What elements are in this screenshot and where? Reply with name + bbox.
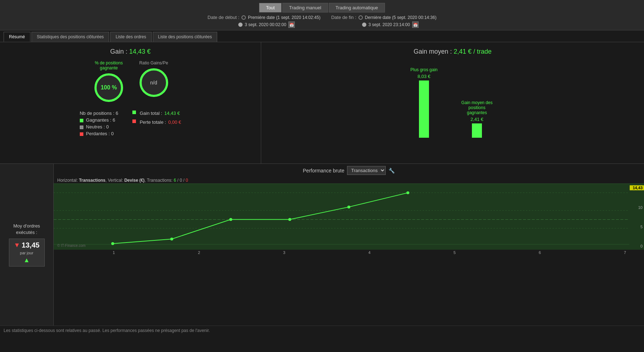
gagnantes-text: Gagnantes : 6 — [86, 117, 115, 123]
chart-canvas-wrapper: 14,43 10 5 0 © IT-Finance.com — [54, 184, 644, 250]
perte-total-block: Perte totale : 0,00 € — [132, 119, 181, 125]
y-label-top: 14,43 — [630, 185, 644, 190]
sub-tab-liste-positions[interactable]: Liste des positions clôturées — [153, 32, 218, 42]
calendar-start-icon[interactable]: 📅 — [288, 21, 295, 28]
sub-tab-resume[interactable]: Résumé — [4, 32, 30, 42]
svg-point-6 — [170, 238, 173, 240]
circle2-label: Ratio Gains/Pe — [139, 60, 168, 65]
date-start-option2-row: 3 sept. 2020 00:02:00 📅 — [208, 21, 321, 28]
y-axis: 14,43 10 5 0 — [630, 184, 644, 250]
perdantes-icon — [80, 132, 83, 136]
svg-point-5 — [111, 242, 114, 245]
neutres-icon — [80, 126, 83, 129]
subtitle-transactions-zero1: 0 — [180, 178, 182, 183]
date-start-label-row: Date de début : Première date (1 sept. 2… — [208, 15, 321, 20]
perte-total-value: 0,00 € — [168, 119, 181, 125]
radio-start-option1[interactable] — [241, 15, 246, 20]
x-axis: 1 2 3 4 5 6 7 — [54, 250, 644, 255]
bar-item-2: Gain moyen des positions gagnantes 2,41 … — [459, 100, 495, 138]
wrench-icon[interactable]: 🔧 — [389, 168, 395, 173]
stats-row: Gain : 14,43 € % de positions gagnante 1… — [0, 42, 644, 164]
tab-row: Tout Trading manuel Trading automatique — [259, 3, 385, 13]
subtitle-transactions-red: 0 — [186, 178, 188, 183]
chart-copyright: © IT-Finance.com — [57, 244, 86, 248]
bar2-value: 2,41 € — [470, 117, 483, 122]
gain-moyen-title: Gain moyen : 2,41 € / trade — [414, 48, 492, 55]
bar2-label: Gain moyen des positions gagnantes — [459, 100, 495, 115]
gain-total-value: 14,43 € — [164, 111, 180, 116]
x-label-5: 5 — [454, 250, 456, 255]
bottom-section: Moy d'ordres exécutés : ▼ 13,45 par jour… — [0, 164, 644, 326]
perte-total-label: Perte totale : — [140, 119, 166, 125]
circle1: 100 % — [94, 73, 123, 102]
order-label: par jour — [20, 251, 33, 255]
svg-point-7 — [229, 218, 232, 221]
gain-label: Gain : — [110, 48, 127, 55]
calendar-end-icon[interactable]: 📅 — [412, 21, 419, 28]
left-panel: Gain : 14,43 € % de positions gagnante 1… — [0, 42, 261, 163]
svg-point-10 — [406, 191, 409, 194]
date-end-group: Date de fin : Dernière date (5 sept. 202… — [331, 15, 436, 28]
radio-start-option2[interactable] — [238, 23, 243, 27]
bar-item-1: Plus gros gain 8,03 € — [410, 67, 438, 138]
circle-group-2: Ratio Gains/Pe n/d — [139, 60, 168, 102]
gain-value: 14,43 € — [129, 48, 151, 55]
x-label-7: 7 — [624, 250, 626, 255]
y-label-10: 10 — [630, 205, 644, 210]
neutres: Neutres : 0 — [80, 124, 118, 129]
perte-total-icon — [132, 119, 136, 123]
neutres-text: Neutres : 0 — [86, 124, 109, 129]
date-end-label-row: Date de fin : Dernière date (5 sept. 202… — [331, 15, 436, 20]
circle1-value: 100 % — [101, 84, 117, 91]
x-label-2: 2 — [198, 250, 200, 255]
y-label-5: 5 — [630, 225, 644, 229]
x-label-1: 1 — [113, 250, 115, 255]
tab-trading-manuel[interactable]: Trading manuel — [282, 3, 328, 13]
circle2: n/d — [140, 68, 168, 97]
x-label-6: 6 — [539, 250, 541, 255]
gain-total-block: Gain total : 14,43 € — [132, 111, 181, 116]
left-sidebar: Moy d'ordres exécutés : ▼ 13,45 par jour… — [0, 164, 54, 326]
tab-tout[interactable]: Tout — [259, 3, 282, 13]
moy-text: Moy d'ordres exécutés : — [4, 223, 50, 236]
order-card: ▼ 13,45 par jour ▲ — [9, 239, 45, 267]
date-row: Date de début : Première date (1 sept. 2… — [0, 15, 644, 28]
chart-area: Performance brute Transactions 🔧 Horizon… — [54, 164, 644, 326]
circle-group-1: % de positions gagnante 100 % — [93, 60, 125, 102]
tab-trading-automatique[interactable]: Trading automatique — [329, 3, 385, 13]
gain-moyen-value: 2,41 € / trade — [454, 48, 492, 55]
sub-tabs: Résumé Statistiques des positions clôtur… — [0, 30, 644, 42]
bar1-value: 8,03 € — [418, 74, 430, 79]
subtitle-horizontal: Transactions — [79, 178, 106, 183]
perdantes-text: Perdantes : 0 — [86, 131, 113, 136]
arrow-down-icon: ▼ — [14, 241, 20, 249]
radio-end-option1[interactable] — [358, 15, 363, 20]
perdantes: Perdantes : 0 — [80, 131, 118, 136]
footer-text: Les statistiques ci-dessous sont relativ… — [4, 328, 210, 333]
y-label-0: 0 — [630, 244, 644, 248]
circle1-label: % de positions gagnante — [93, 60, 125, 70]
date-end-option2-text: 3 sept. 2020 23:14:00 — [369, 22, 410, 27]
chart-title-label: Performance brute — [303, 168, 345, 173]
chart-header: Performance brute Transactions 🔧 — [54, 164, 644, 177]
line-chart-svg — [54, 184, 644, 250]
bar2-rect — [472, 123, 482, 138]
gain-moyen-label: Gain moyen : — [414, 48, 452, 55]
circles-row: % de positions gagnante 100 % Ratio Gain… — [93, 60, 168, 102]
chart-subtitle: Horizontal: Transactions, Vertical: Devi… — [54, 177, 644, 184]
gagnantes: Gagnantes : 6 — [80, 117, 118, 123]
circle2-value: n/d — [150, 80, 157, 85]
nb-positions: Nb de positions : 6 — [80, 111, 118, 116]
date-start-group: Date de début : Première date (1 sept. 2… — [208, 15, 321, 28]
gagnantes-icon — [80, 119, 83, 122]
right-panel: Gain moyen : 2,41 € / trade Plus gros ga… — [261, 42, 644, 163]
chart-dropdown[interactable]: Transactions — [347, 166, 386, 175]
gain-total-label: Gain total : — [140, 111, 162, 116]
positions-stats: Nb de positions : 6 Gagnantes : 6 Neutre… — [80, 111, 118, 136]
radio-end-option2[interactable] — [362, 23, 366, 27]
main-content: Gain : 14,43 € % de positions gagnante 1… — [0, 42, 644, 326]
sub-tab-liste-ordres[interactable]: Liste des ordres — [110, 32, 151, 42]
date-start-label: Date de début : — [208, 15, 239, 20]
sub-tab-statistiques[interactable]: Statistiques des positions clôturées — [31, 32, 109, 42]
svg-point-8 — [288, 218, 291, 221]
